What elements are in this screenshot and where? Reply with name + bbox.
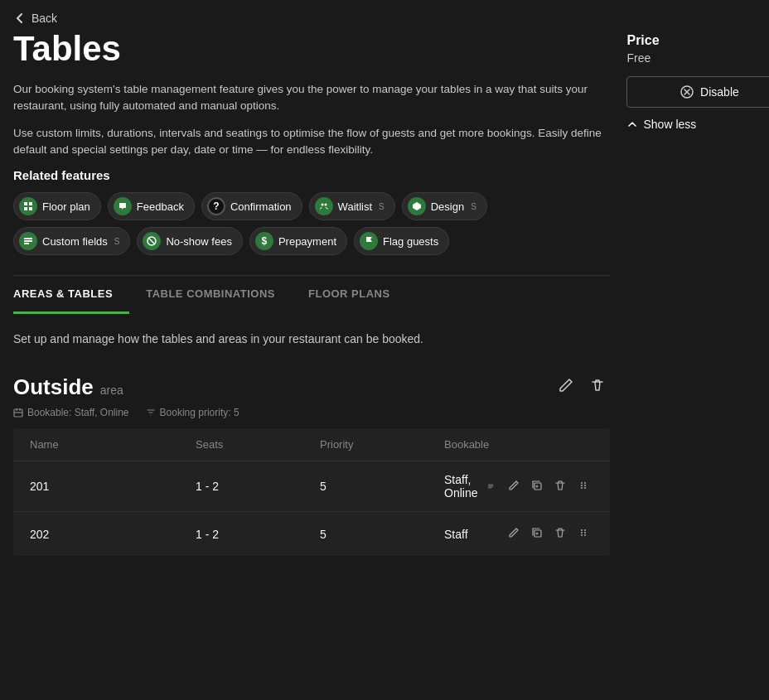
tab-areas-tables[interactable]: AREAS & TABLES xyxy=(13,276,129,314)
tag-floor-plan[interactable]: Floor plan xyxy=(13,192,101,220)
row-bookable-201: Staff, Online xyxy=(444,473,494,500)
svg-rect-9 xyxy=(24,243,29,244)
copy-table-201-button[interactable] xyxy=(527,476,547,497)
edit-area-button[interactable] xyxy=(554,373,578,402)
floor-plan-icon xyxy=(19,197,37,215)
pencil-icon-row2 xyxy=(508,527,520,538)
calendar-icon xyxy=(13,408,23,418)
table-container: Name Seats Priority Bookable 201 1 - 2 5… xyxy=(13,428,610,556)
edit-table-202-button[interactable] xyxy=(504,524,524,544)
row-seats-202: 1 - 2 xyxy=(196,528,320,541)
no-show-fees-icon xyxy=(143,232,161,250)
left-panel: Tables Our booking system's table manage… xyxy=(13,30,610,556)
tag-flag-guests[interactable]: Flag guests xyxy=(354,227,449,255)
feedback-label: Feedback xyxy=(137,200,184,213)
svg-rect-1 xyxy=(29,202,32,205)
svg-point-23 xyxy=(581,485,583,486)
related-features-row-2: Custom fields S No-show fees $ Prepaymen… xyxy=(13,227,610,255)
pencil-icon xyxy=(559,378,573,393)
booking-priority-meta: Booking priority: 5 xyxy=(146,407,239,418)
copy-table-202-button[interactable] xyxy=(527,524,547,544)
custom-fields-label: Custom fields xyxy=(42,235,108,248)
back-button[interactable]: Back xyxy=(0,0,70,30)
description-2: Use custom limits, durations, intervals … xyxy=(13,125,610,159)
svg-point-25 xyxy=(584,482,586,484)
area-actions xyxy=(554,373,610,402)
disable-button[interactable]: Disable xyxy=(626,76,769,108)
drag-table-201-button[interactable] xyxy=(573,476,593,497)
flag-guests-icon xyxy=(360,232,378,250)
right-panel: Price Free Disable Show less xyxy=(626,30,769,556)
tab-floor-plans[interactable]: FLOOR PLANS xyxy=(292,276,407,314)
svg-point-27 xyxy=(584,487,586,489)
pencil-icon-row xyxy=(508,480,520,491)
confirmation-icon: ? xyxy=(207,197,225,215)
row-actions-201 xyxy=(494,476,593,497)
feedback-icon xyxy=(114,197,132,215)
tab-table-combinations[interactable]: TABLE COMBINATIONS xyxy=(129,276,292,314)
tag-design[interactable]: Design S xyxy=(402,192,487,220)
no-show-fees-label: No-show fees xyxy=(166,235,231,248)
disable-label: Disable xyxy=(700,85,739,99)
svg-rect-2 xyxy=(24,207,27,210)
row-priority-201: 5 xyxy=(320,480,444,493)
row-name-202: 202 xyxy=(30,528,196,541)
bookable-meta: Bookable: Staff, Online xyxy=(13,407,129,418)
description-1: Our booking system's table management fe… xyxy=(13,81,610,115)
show-less-label: Show less xyxy=(643,118,696,131)
row-name-201: 201 xyxy=(30,480,196,493)
design-icon xyxy=(408,197,426,215)
delete-area-button[interactable] xyxy=(585,373,610,402)
tag-feedback[interactable]: Feedback xyxy=(108,192,195,220)
row-actions-202 xyxy=(494,524,593,544)
table-header: Name Seats Priority Bookable xyxy=(13,428,610,461)
table-row: 202 1 - 2 5 Staff xyxy=(13,512,610,556)
tag-waitlist[interactable]: Waitlist S xyxy=(309,192,395,220)
svg-point-31 xyxy=(581,529,583,531)
svg-rect-0 xyxy=(24,202,27,205)
custom-fields-badge: S xyxy=(114,237,120,246)
tag-confirmation[interactable]: ? Confirmation xyxy=(201,192,302,220)
col-name: Name xyxy=(30,438,196,451)
svg-point-35 xyxy=(584,532,586,533)
svg-rect-3 xyxy=(29,207,32,210)
svg-point-24 xyxy=(581,487,583,489)
waitlist-label: Waitlist xyxy=(338,200,372,213)
delete-table-201-button[interactable] xyxy=(550,476,570,497)
svg-marker-6 xyxy=(413,202,421,210)
trash-icon-row xyxy=(554,480,566,491)
custom-fields-icon xyxy=(19,232,37,250)
svg-line-11 xyxy=(148,238,155,244)
area-header: Outside area xyxy=(13,373,610,402)
row-priority-202: 5 xyxy=(320,528,444,541)
row-bookable-202: Staff xyxy=(444,528,494,541)
tabs-row: AREAS & TABLES TABLE COMBINATIONS FLOOR … xyxy=(13,276,610,314)
drag-table-202-button[interactable] xyxy=(573,524,593,544)
page-title: Tables xyxy=(13,30,610,68)
price-label: Price xyxy=(626,33,769,48)
tab-description: Set up and manage how the tables and are… xyxy=(13,331,610,348)
waitlist-badge: S xyxy=(379,202,384,211)
svg-rect-8 xyxy=(24,240,32,242)
price-value: Free xyxy=(626,51,769,65)
arrow-left-icon xyxy=(13,12,27,25)
prepayment-icon: $ xyxy=(255,232,273,250)
svg-point-26 xyxy=(584,485,586,486)
tag-prepayment[interactable]: $ Prepayment xyxy=(249,227,347,255)
copy-icon-row xyxy=(531,480,543,491)
edit-table-201-button[interactable] xyxy=(504,476,524,497)
tag-no-show-fees[interactable]: No-show fees xyxy=(137,227,242,255)
chevron-up-icon xyxy=(626,118,638,130)
delete-table-202-button[interactable] xyxy=(550,524,570,544)
outside-area: Outside area xyxy=(13,373,610,556)
design-label: Design xyxy=(431,200,464,213)
area-name: Outside xyxy=(13,374,94,400)
show-less-button[interactable]: Show less xyxy=(626,118,696,131)
svg-point-33 xyxy=(581,534,583,536)
tabs-section: AREAS & TABLES TABLE COMBINATIONS FLOOR … xyxy=(13,275,610,556)
tag-custom-fields[interactable]: Custom fields S xyxy=(13,227,130,255)
row-seats-201: 1 - 2 xyxy=(196,480,320,493)
list-icon-201 xyxy=(487,480,494,492)
trash-icon xyxy=(590,378,605,393)
col-seats: Seats xyxy=(196,438,320,451)
